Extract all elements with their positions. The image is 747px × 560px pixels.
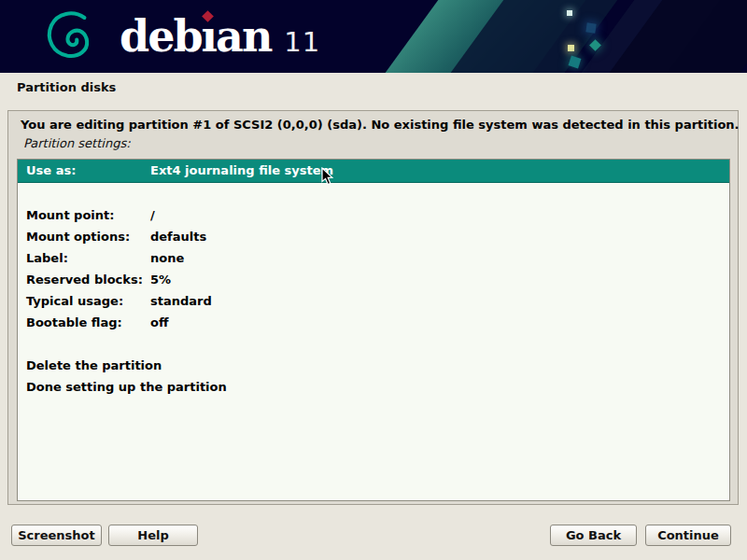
partition-settings-list[interactable]: Use as: Ext4 journaling file system Moun… — [17, 159, 730, 501]
brand-text-post: an — [216, 0, 271, 73]
setting-value: standard — [150, 290, 729, 312]
brand-logotype: debıan 11 — [120, 0, 320, 73]
setting-value: Ext4 journaling file system — [150, 160, 729, 182]
list-spacer — [18, 333, 729, 355]
banner-spark-yellow — [568, 45, 574, 51]
debian-swirl-icon — [43, 8, 97, 66]
go-back-button[interactable]: Go Back — [550, 525, 637, 546]
installer-banner: debıan 11 — [0, 0, 747, 73]
list-item-label[interactable]: Label: none — [18, 247, 729, 269]
content-frame: You are editing partition #1 of SCSI2 (0… — [7, 110, 739, 505]
action-label: Done setting up the partition — [26, 376, 227, 398]
setting-label: Use as: — [26, 160, 150, 182]
edit-partition-message: You are editing partition #1 of SCSI2 (0… — [21, 118, 740, 132]
setting-value: none — [150, 247, 729, 269]
action-label: Delete the partition — [26, 355, 162, 376]
setting-label: Label: — [26, 247, 150, 269]
list-item-bootable-flag[interactable]: Bootable flag: off — [18, 312, 729, 333]
setting-label: Typical usage: — [26, 290, 150, 312]
brand-version: 11 — [284, 26, 320, 58]
list-item-done-setting-up[interactable]: Done setting up the partition — [18, 376, 729, 398]
list-spacer — [18, 183, 729, 204]
banner-spark-white — [567, 10, 572, 16]
banner-spark-teal — [569, 56, 582, 69]
brand-text-i: ı — [202, 0, 216, 73]
setting-value: / — [150, 204, 729, 226]
continue-button[interactable]: Continue — [645, 525, 731, 546]
setting-value: 5% — [150, 269, 729, 290]
list-item-mount-options[interactable]: Mount options: defaults — [18, 226, 729, 247]
setting-label: Mount point: — [26, 204, 150, 226]
list-item-delete-partition[interactable]: Delete the partition — [18, 355, 729, 376]
screenshot-button[interactable]: Screenshot — [11, 525, 102, 546]
page-title: Partition disks — [17, 80, 116, 94]
setting-value: defaults — [150, 226, 729, 247]
list-item-use-as[interactable]: Use as: Ext4 journaling file system — [18, 160, 729, 183]
list-item-reserved-blocks[interactable]: Reserved blocks: 5% — [18, 269, 729, 290]
list-item-mount-point[interactable]: Mount point: / — [18, 204, 729, 226]
list-item-typical-usage[interactable]: Typical usage: standard — [18, 290, 729, 312]
help-button[interactable]: Help — [108, 525, 198, 546]
setting-label: Reserved blocks: — [26, 269, 150, 290]
brand-text-pre: deb — [120, 0, 202, 73]
setting-label: Mount options: — [26, 226, 150, 247]
setting-value: off — [150, 312, 729, 333]
partition-settings-caption: Partition settings: — [23, 136, 131, 150]
banner-spark-blue — [585, 22, 596, 33]
installer-window: debıan 11 Partition disks You are editin… — [0, 0, 747, 560]
setting-label: Bootable flag: — [26, 312, 150, 333]
